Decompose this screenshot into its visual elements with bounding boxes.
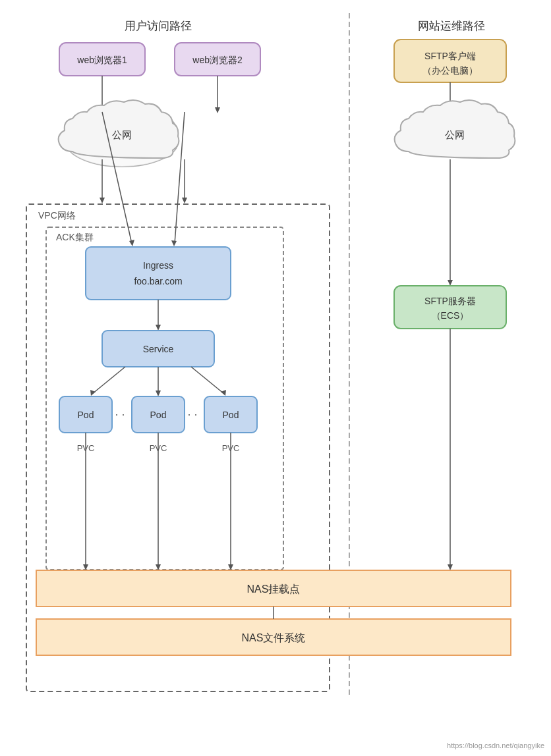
svg-text:PVC: PVC xyxy=(77,443,95,453)
svg-line-74 xyxy=(175,112,185,244)
svg-marker-35 xyxy=(221,390,226,396)
svg-text:（ECS）: （ECS） xyxy=(432,310,469,321)
svg-marker-63 xyxy=(448,107,453,113)
svg-line-30 xyxy=(92,367,125,394)
svg-rect-39 xyxy=(132,396,185,433)
svg-line-34 xyxy=(191,367,224,394)
svg-marker-31 xyxy=(90,390,96,396)
svg-rect-23 xyxy=(86,247,231,300)
diagram-svg: 用户访问路径 web浏览器1 web浏览器2 公网 VPC网络 ACK集 xyxy=(0,0,551,756)
svg-marker-7 xyxy=(100,107,105,113)
diagram-container: 用户访问路径 web浏览器1 web浏览器2 公网 VPC网络 ACK集 xyxy=(0,0,551,756)
svg-marker-33 xyxy=(156,391,161,396)
svg-point-11 xyxy=(69,115,129,155)
watermark: https://blog.csdn.net/qiangyike xyxy=(447,742,544,749)
svg-rect-59 xyxy=(394,40,506,82)
svg-text:SFTP客户端: SFTP客户端 xyxy=(424,51,476,61)
svg-rect-55 xyxy=(36,619,511,655)
svg-text:· ·: · · xyxy=(115,408,125,421)
svg-marker-16 xyxy=(100,198,105,203)
svg-marker-9 xyxy=(215,107,220,113)
svg-text:NAS文件系统: NAS文件系统 xyxy=(242,632,306,643)
svg-marker-66 xyxy=(448,280,453,286)
svg-text:ACK集群: ACK集群 xyxy=(56,232,94,242)
svg-text:· ·: · · xyxy=(187,408,197,421)
svg-rect-4 xyxy=(175,43,260,76)
svg-rect-42 xyxy=(204,396,257,433)
svg-marker-27 xyxy=(156,325,161,331)
svg-text:公网: 公网 xyxy=(112,129,132,140)
svg-rect-53 xyxy=(36,570,511,607)
svg-marker-52 xyxy=(228,564,233,570)
svg-text:web浏览器2: web浏览器2 xyxy=(192,55,243,65)
svg-text:网站运维路径: 网站运维路径 xyxy=(418,20,485,32)
svg-text:PVC: PVC xyxy=(150,443,167,453)
svg-rect-28 xyxy=(102,331,214,367)
svg-marker-73 xyxy=(129,240,134,246)
svg-marker-75 xyxy=(171,240,177,246)
svg-text:公网: 公网 xyxy=(445,129,465,140)
svg-marker-48 xyxy=(83,564,88,570)
svg-text:Service: Service xyxy=(143,344,174,354)
svg-rect-2 xyxy=(59,43,145,76)
svg-text:Ingress: Ingress xyxy=(143,260,173,271)
svg-text:foo.bar.com: foo.bar.com xyxy=(134,276,182,286)
svg-text:Pod: Pod xyxy=(78,410,94,420)
svg-text:Pod: Pod xyxy=(150,410,167,420)
svg-marker-50 xyxy=(156,564,161,570)
svg-point-13 xyxy=(66,117,178,167)
svg-line-72 xyxy=(102,112,132,244)
svg-rect-67 xyxy=(394,286,506,329)
svg-rect-36 xyxy=(59,396,112,433)
svg-rect-19 xyxy=(26,204,330,691)
svg-marker-71 xyxy=(448,564,453,570)
svg-text:VPC网络: VPC网络 xyxy=(38,210,76,221)
svg-text:PVC: PVC xyxy=(222,443,240,453)
svg-point-12 xyxy=(113,111,177,153)
svg-rect-21 xyxy=(46,227,283,570)
svg-text:web浏览器1: web浏览器1 xyxy=(76,55,127,65)
svg-point-10 xyxy=(66,117,178,167)
svg-text:（办公电脑）: （办公电脑） xyxy=(422,65,478,76)
svg-text:Pod: Pod xyxy=(223,410,239,420)
svg-marker-18 xyxy=(182,198,187,203)
svg-text:用户访问路径: 用户访问路径 xyxy=(125,20,192,32)
svg-text:SFTP服务器: SFTP服务器 xyxy=(424,296,476,306)
svg-text:NAS挂载点: NAS挂载点 xyxy=(247,583,301,595)
